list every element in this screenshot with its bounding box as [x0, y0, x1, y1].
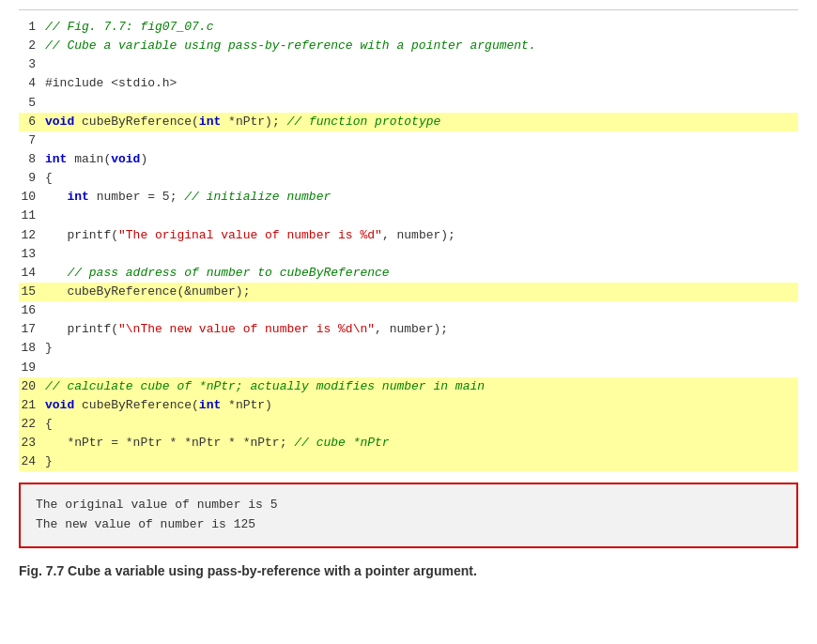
code-block: 1 // Fig. 7.7: fig07_07.c 2 // Cube a va… — [19, 9, 798, 479]
line-num-8: 8 — [19, 150, 45, 169]
line-content-11 — [45, 207, 798, 225]
line-content-12: printf("The original value of number is … — [45, 226, 798, 245]
line-content-1: // Fig. 7.7: fig07_07.c — [45, 18, 798, 37]
line-content-15: cubeByReference(&number); — [45, 283, 798, 301]
code-line-23: 23 *nPtr = *nPtr * *nPtr * *nPtr; // cub… — [19, 434, 798, 452]
line-num-21: 21 — [19, 396, 45, 415]
line-num-22: 22 — [19, 415, 45, 434]
line-content-5 — [45, 94, 798, 113]
output-line-1: The original value of number is 5 — [36, 496, 781, 515]
code-line-18: 18 } — [19, 339, 798, 358]
line-num-10: 10 — [19, 188, 45, 207]
line-content-13 — [45, 245, 798, 264]
line-num-6: 6 — [19, 113, 45, 131]
line-content-14: // pass address of number to cubeByRefer… — [45, 264, 798, 283]
line-num-5: 5 — [19, 94, 45, 113]
caption-label: Fig. 7.7 Cube a variable using pass-by-r… — [19, 563, 477, 578]
line-num-23: 23 — [19, 434, 45, 452]
line-num-15: 15 — [19, 283, 45, 301]
line-content-2: // Cube a variable using pass-by-referen… — [45, 37, 798, 55]
figure-caption: Fig. 7.7 Cube a variable using pass-by-r… — [19, 563, 798, 578]
code-line-22: 22 { — [19, 415, 798, 434]
line-content-6: void cubeByReference(int *nPtr); // func… — [45, 113, 798, 131]
line-num-11: 11 — [19, 207, 45, 225]
code-line-3: 3 — [19, 55, 798, 74]
code-line-7: 7 — [19, 131, 798, 150]
code-line-17: 17 printf("\nThe new value of number is … — [19, 320, 798, 339]
line-content-9: { — [45, 169, 798, 188]
code-line-1: 1 // Fig. 7.7: fig07_07.c — [19, 18, 798, 37]
line-num-12: 12 — [19, 226, 45, 245]
line-num-24: 24 — [19, 452, 45, 471]
output-line-2: The new value of number is 125 — [36, 515, 781, 535]
line-num-7: 7 — [19, 131, 45, 150]
line-content-23: *nPtr = *nPtr * *nPtr * *nPtr; // cube *… — [45, 434, 798, 452]
line-content-16 — [45, 301, 798, 320]
code-line-16: 16 — [19, 301, 798, 320]
line-content-24: } — [45, 452, 798, 471]
output-box: The original value of number is 5 The ne… — [19, 483, 798, 548]
line-num-19: 19 — [19, 359, 45, 377]
line-num-17: 17 — [19, 320, 45, 339]
line-content-22: { — [45, 415, 798, 434]
line-num-2: 2 — [19, 37, 45, 55]
code-line-8: 8 int main(void) — [19, 150, 798, 169]
line-content-10: int number = 5; // initialize number — [45, 188, 798, 207]
line-num-14: 14 — [19, 264, 45, 283]
code-line-9: 9 { — [19, 169, 798, 188]
line-content-4: #include <stdio.h> — [45, 74, 798, 93]
code-line-21: 21 void cubeByReference(int *nPtr) — [19, 396, 798, 415]
line-content-8: int main(void) — [45, 150, 798, 169]
line-content-19 — [45, 359, 798, 377]
code-line-14: 14 // pass address of number to cubeByRe… — [19, 264, 798, 283]
code-line-15: 15 cubeByReference(&number); — [19, 283, 798, 301]
line-content-17: printf("\nThe new value of number is %d\… — [45, 320, 798, 339]
line-num-16: 16 — [19, 301, 45, 320]
code-line-11: 11 — [19, 207, 798, 225]
code-line-24: 24 } — [19, 452, 798, 471]
line-num-13: 13 — [19, 245, 45, 264]
line-num-20: 20 — [19, 377, 45, 396]
code-line-13: 13 — [19, 245, 798, 264]
line-content-18: } — [45, 339, 798, 358]
code-line-6: 6 void cubeByReference(int *nPtr); // fu… — [19, 113, 798, 131]
line-num-4: 4 — [19, 74, 45, 93]
code-line-4: 4 #include <stdio.h> — [19, 74, 798, 93]
code-line-20: 20 // calculate cube of *nPtr; actually … — [19, 377, 798, 396]
line-content-21: void cubeByReference(int *nPtr) — [45, 396, 798, 415]
code-line-19: 19 — [19, 359, 798, 377]
line-content-20: // calculate cube of *nPtr; actually mod… — [45, 377, 798, 396]
code-line-10: 10 int number = 5; // initialize number — [19, 188, 798, 207]
line-num-1: 1 — [19, 18, 45, 37]
line-num-18: 18 — [19, 339, 45, 358]
code-line-5: 5 — [19, 94, 798, 113]
line-num-3: 3 — [19, 55, 45, 74]
code-line-2: 2 // Cube a variable using pass-by-refer… — [19, 37, 798, 55]
line-content-3 — [45, 55, 798, 74]
line-num-9: 9 — [19, 169, 45, 188]
line-content-7 — [45, 131, 798, 150]
code-line-12: 12 printf("The original value of number … — [19, 226, 798, 245]
